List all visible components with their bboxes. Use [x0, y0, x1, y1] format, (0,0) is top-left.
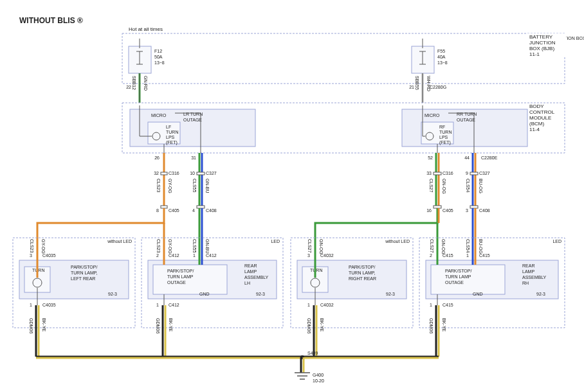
svg-text:LF: LF	[166, 125, 171, 129]
svg-text:ASSEMBLY: ASSEMBLY	[522, 275, 547, 280]
conn-c408-l: C408	[206, 208, 217, 213]
bjb-conn-r: C2280G	[430, 85, 446, 89]
w-sbb12-col: GN-RD	[143, 76, 148, 91]
q2-gnd-conn: C412	[169, 303, 179, 307]
svg-text:TURN LAMP: TURN LAMP	[167, 274, 194, 279]
pin-9: 9	[466, 171, 468, 175]
svg-text:BOX (BJB): BOX (BJB)	[529, 46, 554, 51]
pin-33: 33	[426, 171, 432, 175]
svg-text:11-1: 11-1	[529, 51, 540, 57]
q2-w2-ckt: CLS55	[192, 239, 197, 253]
q4-w1-col: GN-OG	[441, 239, 446, 254]
svg-text:RIGHT REAR: RIGHT REAR	[349, 276, 376, 281]
q3-conn: C4032	[320, 253, 334, 258]
q3-tag: without LED	[385, 239, 410, 244]
q3-gnd-conn: C4032	[320, 303, 334, 307]
q4-gdm-col: BK-YE	[442, 318, 446, 332]
bcm-label: BODY CONTROL MODULE (BCM) 11-4	[529, 103, 555, 132]
q1-w-col: GY-OG	[41, 239, 46, 254]
svg-text:92-3: 92-3	[536, 292, 545, 296]
page-title: WITHOUT BLIS ®	[19, 16, 83, 25]
svg-rect-39	[161, 172, 167, 175]
svg-rect-46	[197, 206, 205, 208]
pin-4: 4	[192, 208, 195, 213]
bjb-pin-l: 22	[126, 85, 131, 89]
bjb-box	[122, 33, 565, 84]
q3-w-col: GN-OG	[319, 239, 324, 254]
q4-gnd-conn: C415	[443, 303, 453, 307]
svg-text:REAR: REAR	[244, 263, 257, 268]
svg-text:11-4: 11-4	[529, 127, 540, 132]
q2-conn2: C412	[206, 253, 217, 258]
q3-gdm-ckt: GDM06	[307, 318, 311, 334]
pin-10: 10	[190, 171, 195, 175]
w-sbb55-col: WH-RD	[426, 76, 431, 91]
w-cls55-a-ckt: CLS55	[192, 179, 197, 193]
svg-text:RH: RH	[522, 281, 529, 285]
conn-c327-l: C327	[206, 171, 217, 175]
bcm-pin-31: 31	[191, 156, 196, 160]
w-cls54-a-col: BU-OG	[479, 179, 483, 193]
svg-text:(FET): (FET)	[166, 140, 178, 145]
q1-w-ckt: CLS23	[30, 239, 34, 253]
svg-rect-52	[433, 206, 441, 208]
svg-text:TURN: TURN	[166, 130, 178, 134]
q2-pin2: 1	[193, 253, 196, 258]
svg-text:RF: RF	[439, 125, 445, 129]
q4-pin: 2	[430, 253, 432, 258]
svg-text:PARK/STOP/: PARK/STOP/	[167, 269, 194, 273]
q2-conn: C412	[169, 253, 179, 258]
pin-8: 8	[156, 208, 159, 213]
f12-line1: F12	[154, 49, 162, 53]
q1-conn: C4035	[42, 253, 56, 258]
q2-pin: 2	[156, 253, 159, 258]
q1-gnd-pin: 1	[30, 303, 32, 307]
pin-16: 16	[426, 208, 432, 213]
q4-gdm-ckt: GDM06	[429, 318, 433, 334]
svg-text:LH: LH	[244, 281, 250, 285]
conn-c405-l: C405	[169, 208, 179, 213]
q2-w2-col: GN-BU	[205, 239, 210, 254]
q4-gnd-label: GND	[473, 292, 483, 296]
q3-pin: 3	[307, 253, 310, 258]
svg-text:LAMP: LAMP	[244, 269, 257, 274]
q2-tag: LED	[271, 239, 280, 244]
svg-text:TURN LAMP,: TURN LAMP,	[71, 271, 98, 275]
pin-3: 3	[466, 208, 468, 213]
q1-gdm-ckt: GDM06	[29, 318, 33, 334]
svg-text:JUNCTION: JUNCTION	[529, 40, 556, 46]
bjb-pin-r: 21	[409, 85, 414, 89]
bcm-pin-44: 44	[464, 156, 470, 160]
q2-w1-col: GY-OG	[168, 239, 172, 254]
svg-text:LEFT REAR: LEFT REAR	[71, 276, 95, 281]
q4-w1-ckt: CLS27	[430, 239, 434, 253]
q4-gnd-pin: 1	[430, 303, 432, 307]
svg-text:OUTAGE: OUTAGE	[167, 280, 186, 285]
conn-c408-r: C408	[479, 208, 490, 213]
w-cls55-a-col: GN-BU	[205, 179, 210, 193]
svg-rect-40	[161, 206, 167, 208]
svg-text:LR TURN: LR TURN	[183, 112, 203, 116]
svg-text:TURN: TURN	[439, 130, 452, 134]
q4-conn2: C415	[479, 253, 490, 258]
q3-gnd-pin: 1	[307, 303, 310, 307]
svg-text:LAMP: LAMP	[522, 269, 534, 274]
q3-w-ckt: CLS27	[307, 239, 312, 253]
svg-text:(FET): (FET)	[439, 140, 451, 145]
svg-rect-58	[470, 206, 478, 208]
q2-gdm-col: BK-YE	[169, 318, 173, 332]
q1-pin: 3	[30, 253, 32, 258]
bcm-rf-micro: MICRO	[424, 113, 440, 118]
svg-text:92-3: 92-3	[256, 292, 265, 296]
q2-gnd-label: GND	[199, 292, 210, 296]
svg-text:(BCM): (BCM)	[529, 121, 544, 127]
q3-turn: TURN	[310, 268, 322, 272]
pin-32: 32	[154, 171, 159, 175]
svg-text:CONTROL: CONTROL	[529, 109, 555, 115]
svg-rect-51	[433, 172, 441, 175]
svg-text:OUTAGE: OUTAGE	[183, 118, 202, 122]
ground-ref: 10-20	[313, 379, 324, 383]
svg-text:92-3: 92-3	[108, 292, 117, 296]
svg-text:LPS: LPS	[439, 135, 448, 139]
f12-line3: 13~8	[154, 60, 165, 65]
